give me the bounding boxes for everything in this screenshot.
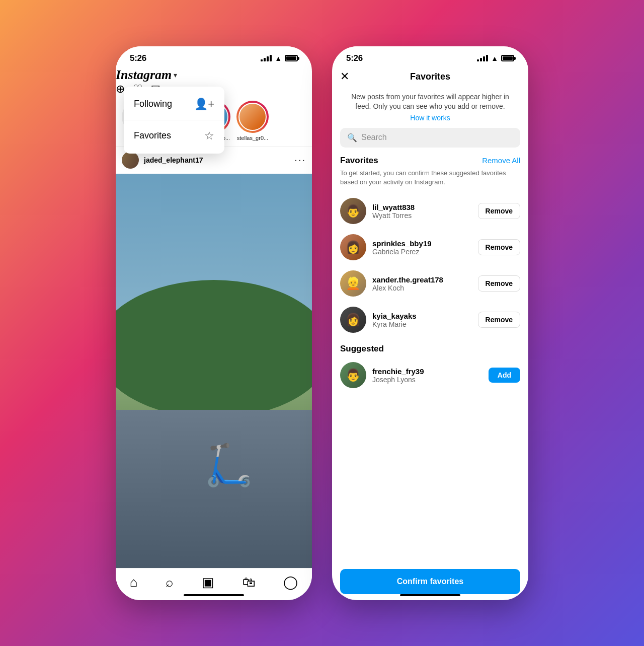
- wifi-icon: ▲: [275, 54, 282, 62]
- user-row-2: 👩 sprinkles_bby19 Gabriela Perez Remove: [340, 229, 520, 265]
- remove-button-4[interactable]: Remove: [478, 312, 520, 328]
- status-time-1: 5:26: [130, 53, 146, 63]
- user-row-suggested-1: 👨 frenchie_fry39 Joseph Lyons Add: [340, 357, 520, 393]
- favorites-label: Favorites: [134, 130, 171, 141]
- nav-search-icon[interactable]: ⌕: [166, 575, 174, 590]
- user-name-2: Gabriela Perez: [372, 248, 472, 256]
- user-info-3: xander.the.great178 Alex Koch: [372, 275, 472, 292]
- post-image: 🛴: [116, 174, 312, 568]
- story-avatar-3: [236, 101, 269, 133]
- story-item-3[interactable]: stellas_gr0...: [236, 101, 269, 141]
- remove-button-2[interactable]: Remove: [478, 239, 520, 255]
- post-scene: 🛴: [116, 174, 312, 568]
- user-avatar-3: 👱: [340, 270, 366, 297]
- person-on-scooter: 🛴: [204, 442, 254, 489]
- nav-reels-icon[interactable]: ▣: [202, 575, 214, 590]
- search-placeholder-text: Search: [361, 133, 387, 142]
- favorites-star-icon: ☆: [204, 129, 214, 142]
- battery-icon: [285, 55, 298, 61]
- phone-favorites: 5:26 ▲ ✕ Favorites New posts from your f…: [332, 46, 528, 600]
- following-icon: 👤+: [194, 98, 214, 111]
- dropdown-item-following[interactable]: Following 👤+: [124, 91, 224, 118]
- post-username: jaded_elephant17: [144, 156, 203, 164]
- user-name-1: Wyatt Torres: [372, 211, 472, 220]
- story-label-3: stellas_gr0...: [237, 135, 268, 141]
- nav-home-icon[interactable]: ⌂: [130, 575, 138, 590]
- status-icons-1: ▲: [261, 54, 298, 62]
- wifi-icon-2: ▲: [491, 54, 498, 62]
- user-handle-2: sprinkles_bby19: [372, 239, 472, 248]
- status-bar-2: 5:26 ▲: [332, 46, 528, 67]
- scene-road: [116, 410, 312, 567]
- dropdown-chevron-icon: ▾: [174, 71, 177, 79]
- remove-button-1[interactable]: Remove: [478, 203, 520, 219]
- home-indicator-2: [400, 594, 460, 596]
- user-info-suggested-1: frenchie_fry39 Joseph Lyons: [372, 367, 482, 384]
- nav-shop-icon[interactable]: 🛍: [243, 575, 256, 590]
- favorites-section-title: Favorites: [340, 156, 378, 166]
- favorites-section-header: Favorites Remove All: [340, 156, 520, 166]
- remove-button-3[interactable]: Remove: [478, 275, 520, 292]
- favorites-subtitle: New posts from your favorites will appea…: [340, 86, 520, 114]
- user-name-4: Kyra Marie: [372, 320, 472, 328]
- user-handle-4: kyia_kayaks: [372, 312, 472, 320]
- status-bar-1: 5:26 ▲: [116, 46, 312, 67]
- post-user-info: jaded_elephant17: [122, 152, 203, 169]
- signal-icon: [261, 55, 272, 61]
- post-avatar: [122, 152, 139, 169]
- user-avatar-4: 👩: [340, 307, 366, 333]
- status-time-2: 5:26: [346, 53, 363, 63]
- scene-trees: [116, 280, 312, 418]
- user-avatar-2: 👩: [340, 234, 366, 260]
- user-handle-suggested-1: frenchie_fry39: [372, 367, 482, 376]
- close-button[interactable]: ✕: [340, 70, 349, 83]
- post-more-icon[interactable]: ···: [294, 154, 306, 166]
- nav-profile-icon[interactable]: ◯: [283, 575, 298, 590]
- how-it-works-link[interactable]: How it works: [340, 114, 520, 122]
- user-row-1: 👨 lil_wyatt838 Wyatt Torres Remove: [340, 193, 520, 229]
- user-row-3: 👱 xander.the.great178 Alex Koch Remove: [340, 265, 520, 302]
- user-avatar-suggested-1: 👨: [340, 362, 366, 388]
- user-info-4: kyia_kayaks Kyra Marie: [372, 312, 472, 328]
- favorites-page-title: Favorites: [410, 71, 450, 82]
- user-name-3: Alex Koch: [372, 284, 472, 292]
- user-handle-3: xander.the.great178: [372, 275, 472, 284]
- following-label: Following: [134, 99, 172, 109]
- status-icons-2: ▲: [477, 54, 514, 62]
- user-handle-1: lil_wyatt838: [372, 203, 472, 211]
- user-name-suggested-1: Joseph Lyons: [372, 376, 482, 384]
- signal-icon-2: [477, 55, 488, 61]
- user-info-2: sprinkles_bby19 Gabriela Perez: [372, 239, 472, 256]
- add-button-1[interactable]: Add: [489, 368, 520, 383]
- home-indicator: [184, 594, 244, 596]
- user-info-1: lil_wyatt838 Wyatt Torres: [372, 203, 472, 220]
- confirm-favorites-button[interactable]: Confirm favorites: [340, 569, 520, 594]
- dropdown-menu: Following 👤+ Favorites ☆: [124, 87, 224, 154]
- suggested-section-title: Suggested: [340, 344, 384, 354]
- search-bar[interactable]: 🔍 Search: [340, 128, 520, 148]
- favorites-content: New posts from your favorites will appea…: [332, 86, 528, 563]
- search-icon: 🔍: [347, 133, 357, 142]
- instagram-logo: Instagram: [116, 67, 172, 83]
- suggested-section-header: Suggested: [340, 344, 520, 354]
- user-row-4: 👩 kyia_kayaks Kyra Marie Remove: [340, 302, 520, 338]
- favorites-header: ✕ Favorites: [332, 67, 528, 86]
- phone-feed: 5:26 ▲ Instagram ▾ ⊕ ♡ ✉ Follo: [116, 46, 312, 600]
- favorites-section-desc: To get started, you can confirm these su…: [340, 169, 520, 187]
- remove-all-button[interactable]: Remove All: [482, 156, 520, 165]
- dropdown-divider: [124, 120, 224, 120]
- dropdown-item-favorites[interactable]: Favorites ☆: [124, 122, 224, 150]
- instagram-logo-container[interactable]: Instagram ▾: [116, 67, 312, 83]
- user-avatar-1: 👨: [340, 198, 366, 224]
- battery-icon-2: [501, 55, 514, 61]
